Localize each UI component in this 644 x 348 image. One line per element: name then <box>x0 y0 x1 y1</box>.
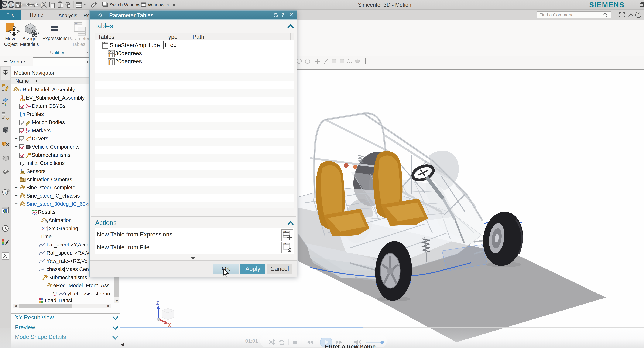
svg-text:P=: P= <box>284 243 286 245</box>
svg-text:?: ? <box>637 12 640 17</box>
svg-text:P=: P= <box>75 22 78 25</box>
svg-text:P=: P= <box>109 50 111 52</box>
svg-text:i: i <box>4 190 6 195</box>
svg-text:Z: Z <box>156 300 159 306</box>
svg-text:P=: P= <box>109 58 111 60</box>
svg-text:P=: P= <box>103 42 105 44</box>
svg-text:P=: P= <box>284 231 286 233</box>
